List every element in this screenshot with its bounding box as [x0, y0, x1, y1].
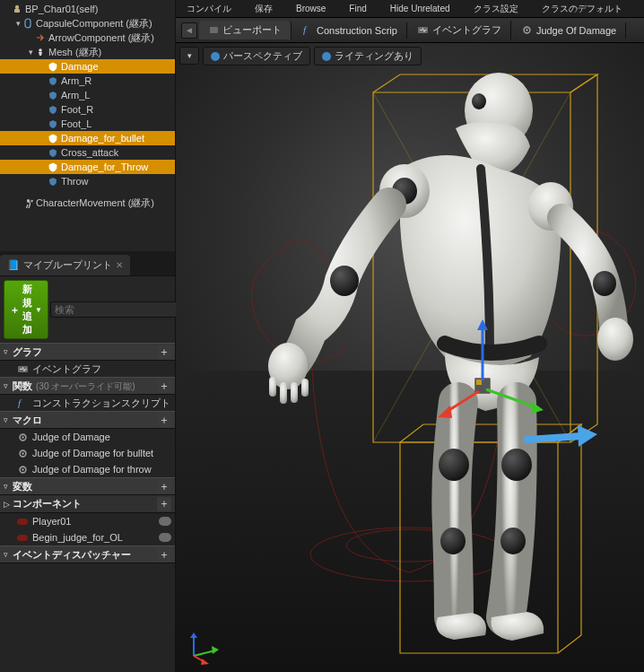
tree-row-label: Throw: [61, 176, 175, 187]
tree-row-label: Damage: [61, 61, 175, 72]
myblueprint-toolbar: ＋ 新規追加 ▼ 🔍 👁▾: [0, 276, 175, 343]
section-expand-icon[interactable]: ▿: [4, 381, 13, 390]
section-add-button[interactable]: ＋: [157, 547, 171, 562]
tree-row-mesh-[interactable]: ▾Mesh (継承): [0, 45, 175, 59]
viewport-scene: [176, 43, 644, 671]
tree-row-arm-l[interactable]: Arm_L: [0, 88, 175, 102]
tree-row-label: Foot_R: [61, 104, 175, 115]
section-add-button[interactable]: ＋: [157, 413, 171, 427]
section-expand-icon[interactable]: ▿: [4, 482, 13, 491]
toolbar--[interactable]: 保存: [249, 2, 278, 16]
svg-rect-1: [14, 9, 20, 13]
svg-rect-14: [17, 535, 28, 541]
var-red-icon: [16, 534, 29, 542]
item-judge-of-damage[interactable]: Judge of Damage: [0, 429, 175, 445]
event-icon: [16, 364, 29, 374]
svg-point-23: [472, 93, 486, 109]
tree-row-foot-l[interactable]: Foot_L: [0, 117, 175, 131]
item-player01[interactable]: Player01: [0, 513, 175, 529]
section-title: コンポーネント: [13, 497, 157, 511]
mesh-icon: [34, 48, 47, 57]
section-add-button[interactable]: ＋: [157, 479, 171, 493]
close-icon[interactable]: ✕: [116, 260, 123, 270]
tab-nav-prev[interactable]: ◄: [181, 22, 197, 39]
tree-row-damage-for-bullet[interactable]: Damage_for_bullet: [0, 131, 175, 145]
shield-icon: [47, 134, 59, 144]
toolbar--[interactable]: コンパイル: [181, 2, 237, 16]
item-label: Judge of Damage for bulltet: [32, 448, 171, 458]
tab-construction-scrip[interactable]: fConstruction Scrip: [293, 22, 407, 39]
tree-row-capsulecomponent-[interactable]: ▾CapsuleComponent (継承): [0, 16, 175, 31]
tree-row-arm-r[interactable]: Arm_R: [0, 74, 175, 88]
capsule-icon: [22, 18, 34, 29]
section-add-button[interactable]: ＋: [157, 379, 171, 393]
tree-row-charactermovement-[interactable]: CharacterMovement (継承): [0, 196, 175, 210]
svg-rect-15: [210, 27, 218, 33]
perspective-button[interactable]: パースペクティブ: [203, 47, 310, 65]
toolbar-find[interactable]: Find: [344, 3, 371, 14]
item-label: コンストラクションスクリプト: [32, 397, 171, 410]
tree-row-bp-char01-self-[interactable]: BP_Char01(self): [0, 2, 175, 16]
myblueprint-tab[interactable]: 📘 マイブループリント ✕: [0, 255, 130, 275]
svg-rect-31: [301, 379, 309, 397]
item-label: Judge of Damage for throw: [32, 464, 171, 475]
visibility-pill[interactable]: [159, 533, 171, 542]
section-expand-icon[interactable]: ▿: [4, 550, 13, 559]
item-judge-of-damage-for-throw[interactable]: Judge of Damage for throw: [0, 461, 175, 477]
tab--[interactable]: ビューポート: [199, 21, 292, 39]
shield-icon: [47, 119, 59, 129]
viewport-options-button[interactable]: ▾: [179, 47, 199, 65]
tree-row-damage[interactable]: Damage: [0, 59, 175, 74]
add-new-button[interactable]: ＋ 新規追加 ▼: [4, 280, 48, 339]
gear-icon: [16, 465, 29, 475]
item--[interactable]: fコンストラクションスクリプト: [0, 395, 175, 411]
section-コンポーネント[interactable]: ▷コンポーネント＋: [0, 495, 175, 513]
tree-row-throw[interactable]: Throw: [0, 174, 175, 188]
item-judge-of-damage-for-bulltet[interactable]: Judge of Damage for bulltet: [0, 445, 175, 461]
lighting-button[interactable]: ライティングあり: [314, 47, 422, 65]
toolbar-hide-unrelated[interactable]: Hide Unrelated: [385, 3, 456, 14]
viewport[interactable]: ▾ パースペクティブ ライティングあり: [176, 43, 644, 672]
tree-row-label: Mesh (継承): [48, 46, 175, 59]
gear-icon: [16, 449, 29, 458]
svg-marker-55: [212, 646, 219, 654]
charmove-icon: [22, 198, 34, 208]
svg-point-3: [39, 48, 42, 52]
tree-row-arrowcomponent-[interactable]: ArrowComponent (継承): [0, 31, 175, 45]
tree-row-damage-for-throw[interactable]: Damage_for_Throw: [0, 160, 175, 174]
section-マクロ[interactable]: ▿マクロ＋: [0, 411, 175, 429]
tab-judge-of-damage[interactable]: Judge Of Damage: [513, 22, 626, 39]
tree-expand-icon[interactable]: ▾: [27, 48, 34, 57]
item--[interactable]: イベントグラフ: [0, 361, 175, 377]
section-add-button[interactable]: ＋: [157, 345, 171, 359]
components-tree[interactable]: BP_Char01(self)▾CapsuleComponent (継承)Arr…: [0, 0, 175, 215]
section-add-button[interactable]: ＋: [157, 497, 171, 511]
section-関数[interactable]: ▿関数(30 オーバーライド可能)＋: [0, 377, 175, 395]
section-expand-icon[interactable]: ▷: [4, 500, 13, 509]
visibility-pill[interactable]: [159, 517, 171, 526]
svg-point-10: [22, 452, 23, 454]
section-expand-icon[interactable]: ▿: [4, 347, 13, 356]
tree-row-label: CapsuleComponent (継承): [36, 17, 175, 31]
svg-point-35: [439, 449, 469, 481]
svg-point-26: [330, 266, 359, 296]
svg-point-37: [440, 528, 466, 554]
section-expand-icon[interactable]: ▿: [4, 415, 13, 424]
myblueprint-sections[interactable]: ▿グラフ＋イベントグラフ▿関数(30 オーバーライド可能)＋fコンストラクション…: [0, 343, 175, 672]
tab--[interactable]: イベントグラフ: [409, 21, 511, 39]
viewport-icon: [208, 25, 219, 36]
tree-row-foot-r[interactable]: Foot_R: [0, 102, 175, 117]
search-field[interactable]: 🔍: [50, 301, 196, 318]
tree-row-cross-attack[interactable]: Cross_attack: [0, 145, 175, 160]
section-イベントディスパッチャー[interactable]: ▿イベントディスパッチャー＋: [0, 545, 175, 563]
section-変数[interactable]: ▿変数＋: [0, 477, 175, 495]
search-input[interactable]: [55, 304, 178, 315]
toolbar--[interactable]: クラスのデフォルト: [536, 2, 628, 16]
item-label: Player01: [32, 516, 159, 527]
item-begin-judge-for-ol[interactable]: Begin_judge_for_OL: [0, 529, 175, 545]
event-icon: [418, 25, 429, 36]
toolbar-browse[interactable]: Browse: [291, 3, 331, 14]
toolbar--[interactable]: クラス設定: [468, 2, 524, 16]
section-グラフ[interactable]: ▿グラフ＋: [0, 343, 175, 361]
tree-expand-icon[interactable]: ▾: [14, 19, 22, 28]
